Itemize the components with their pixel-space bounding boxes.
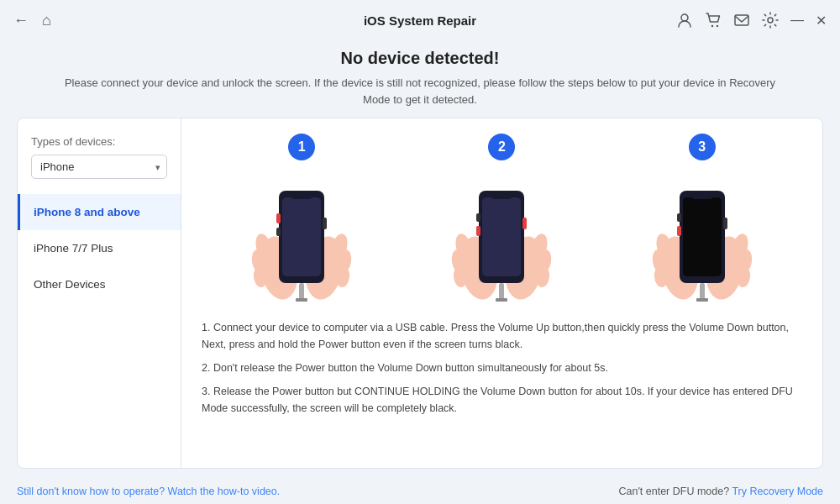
svg-rect-32	[476, 213, 480, 222]
back-button[interactable]: ←	[13, 12, 29, 29]
svg-point-0	[681, 14, 688, 21]
instruction-3: 3. Release the Power button but CONTINUE…	[202, 383, 802, 417]
step-1: 1	[202, 134, 402, 306]
content-card: Types of devices: iPhone iPad iPod ▾ iPh…	[17, 118, 823, 469]
footer: Still don't know how to operate? Watch t…	[0, 477, 840, 504]
instruction-2: 2. Don't release the Power button the Vo…	[202, 360, 802, 376]
footer-right: Can't enter DFU mode? Try Recovery Mode	[619, 486, 823, 497]
right-panel: 1	[181, 118, 822, 468]
step-2-number: 2	[488, 134, 515, 160]
svg-rect-31	[491, 194, 512, 199]
svg-rect-51	[700, 283, 705, 300]
step-1-illustration	[247, 167, 356, 306]
mail-icon[interactable]	[733, 12, 750, 29]
step-3-number: 3	[689, 134, 716, 160]
step-2: 2	[402, 134, 601, 306]
close-button[interactable]: ✕	[816, 13, 827, 29]
title-bar-right: — ✕	[676, 12, 827, 29]
device-select-wrapper: iPhone iPad iPod ▾	[31, 155, 167, 179]
svg-rect-16	[276, 213, 281, 223]
app-title: iOS System Repair	[364, 13, 476, 28]
svg-point-1	[711, 25, 713, 27]
svg-rect-3	[735, 15, 748, 25]
sidebar-item-other[interactable]: Other Devices	[18, 266, 181, 302]
svg-rect-47	[692, 194, 712, 199]
user-icon[interactable]	[676, 12, 693, 29]
header-description: Please connect your device and unlock th…	[59, 75, 781, 108]
try-recovery-mode-link[interactable]: Try Recovery Mode	[732, 486, 823, 497]
home-button[interactable]: ⌂	[42, 12, 51, 29]
svg-rect-33	[476, 226, 480, 236]
svg-point-2	[717, 25, 718, 27]
sidebar: Types of devices: iPhone iPad iPod ▾ iPh…	[18, 118, 181, 468]
how-to-video-link[interactable]: Still don't know how to operate? Watch t…	[17, 486, 280, 497]
device-select[interactable]: iPhone iPad iPod	[31, 155, 167, 179]
svg-rect-36	[496, 298, 507, 302]
cart-icon[interactable]	[705, 12, 722, 29]
svg-rect-49	[677, 226, 681, 236]
sidebar-item-iphone8[interactable]: iPhone 8 and above	[18, 194, 181, 230]
svg-rect-46	[683, 197, 722, 276]
svg-rect-34	[522, 218, 527, 229]
step-1-number: 1	[288, 134, 315, 160]
header-title: No device detected!	[17, 49, 823, 68]
cant-enter-dfu-text: Can't enter DFU mode?	[619, 486, 730, 497]
svg-rect-19	[299, 283, 304, 300]
svg-rect-15	[291, 194, 312, 199]
svg-point-4	[768, 18, 773, 23]
sidebar-item-iphone7[interactable]: iPhone 7/7 Plus	[18, 230, 181, 266]
svg-rect-48	[677, 213, 681, 222]
svg-rect-18	[323, 218, 327, 229]
minimize-button[interactable]: —	[790, 13, 804, 28]
header-section: No device detected! Please connect your …	[17, 40, 823, 118]
main-content: No device detected! Please connect your …	[0, 40, 840, 477]
step-3-illustration	[648, 167, 757, 306]
svg-rect-52	[696, 298, 708, 302]
step-3: 3	[602, 134, 802, 306]
svg-rect-30	[482, 197, 521, 276]
svg-rect-17	[276, 228, 281, 236]
title-bar: ← ⌂ iOS System Repair	[0, 0, 840, 40]
svg-rect-20	[296, 298, 307, 302]
settings-icon[interactable]	[762, 12, 779, 29]
device-type-label: Types of devices:	[18, 135, 181, 155]
sidebar-nav: iPhone 8 and above iPhone 7/7 Plus Other…	[18, 194, 181, 302]
instructions: 1. Connect your device to computer via a…	[202, 319, 802, 423]
steps-row: 1	[202, 134, 802, 306]
step-2-illustration	[447, 167, 556, 306]
svg-rect-35	[499, 283, 504, 300]
svg-rect-14	[282, 197, 321, 276]
title-bar-left: ← ⌂	[13, 12, 51, 29]
instruction-1: 1. Connect your device to computer via a…	[202, 319, 802, 353]
svg-rect-50	[723, 218, 727, 229]
